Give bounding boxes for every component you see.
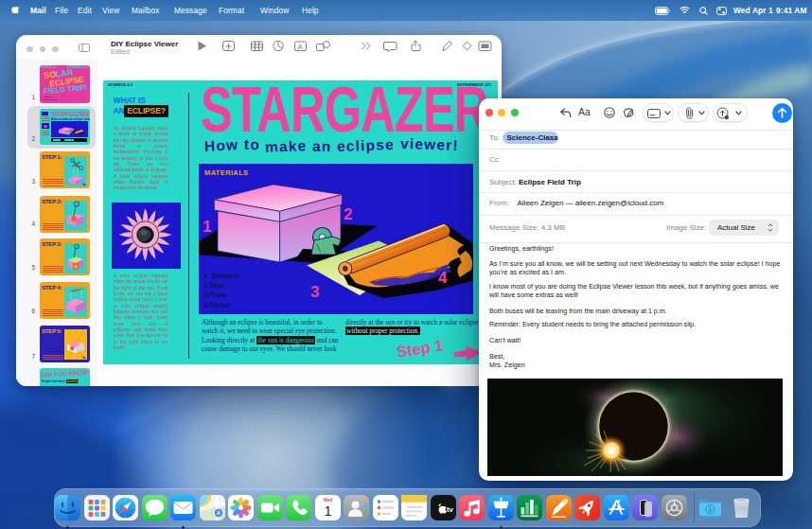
svg-text:A: A — [297, 43, 303, 51]
svg-text:3.Paper: 3.Paper — [203, 291, 228, 299]
svg-text:1: 1 — [324, 503, 331, 518]
svg-text:4: 4 — [438, 269, 448, 287]
svg-text:2: 2 — [344, 205, 352, 223]
svg-text:MATERIALS: MATERIALS — [204, 168, 248, 176]
svg-text:1. Shoebox: 1. Shoebox — [203, 272, 239, 278]
svg-text:1: 1 — [203, 218, 211, 236]
svg-text:3: 3 — [310, 283, 319, 301]
svg-text:2.Tape: 2.Tape — [203, 282, 224, 290]
svg-text:4.Tinfoil: 4.Tinfoil — [203, 301, 230, 308]
svg-text:tv: tv — [447, 504, 454, 513]
